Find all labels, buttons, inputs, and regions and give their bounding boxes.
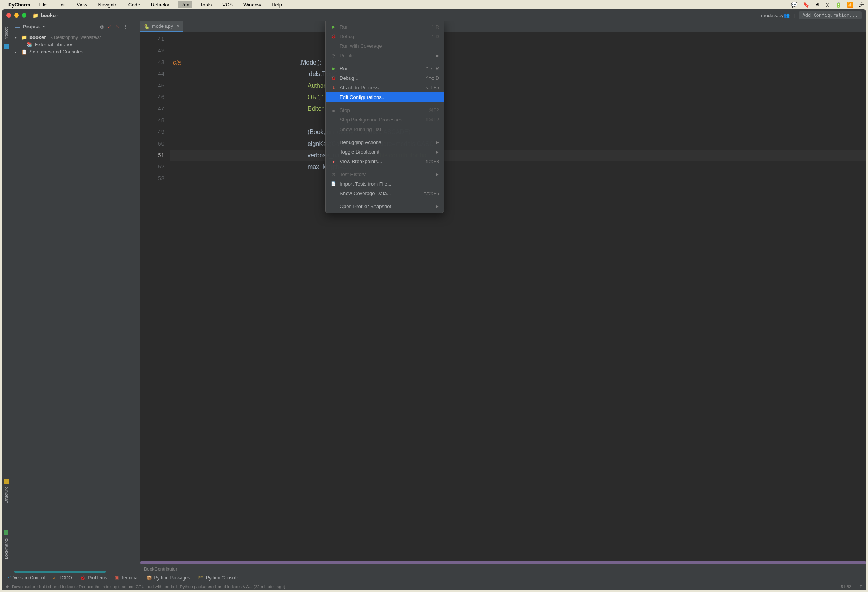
breadcrumb[interactable]: 📁 booker – models.py <box>32 13 784 18</box>
wechat-icon[interactable]: 💬 <box>791 2 797 8</box>
menu-item-run: ▶Run⌃ R <box>326 22 444 32</box>
add-configuration-button[interactable]: Add Configuration... <box>799 11 862 19</box>
editor-tab-models[interactable]: 🐍 models.py × <box>140 21 183 32</box>
project-panel-header: ▬ Project ▾ ◎ ⤢ ⤡ ⋮ — <box>11 21 140 32</box>
editor-breadcrumb[interactable]: BookContributor <box>140 565 866 573</box>
display-icon[interactable]: 🖥 <box>815 2 820 8</box>
bookmarks-tool-icon <box>4 530 8 535</box>
breadcrumb-root: booker <box>41 13 59 18</box>
target-icon[interactable]: ◎ <box>100 24 104 29</box>
editor-horizontal-scrollbar[interactable] <box>140 561 866 565</box>
menu-item-debugging-actions[interactable]: Debugging Actions▶ <box>326 137 444 147</box>
menu-item-toggle-breakpoint[interactable]: Toggle Breakpoint▶ <box>326 147 444 157</box>
window-maximize-button[interactable] <box>22 13 26 18</box>
structure-tool-button[interactable]: Structure <box>4 479 9 507</box>
project-panel: ▬ Project ▾ ◎ ⤢ ⤡ ⋮ — ▸ 📁 booker ~/Deskt… <box>11 21 140 573</box>
line-separator[interactable]: LF <box>857 584 862 589</box>
submenu-arrow-icon: ▶ <box>436 172 439 176</box>
menu-item-profile: ◔Profile▶ <box>326 51 444 60</box>
menu-item-stop: ■Stop⌘F2 <box>326 105 444 115</box>
menu-item-view-breakpoints-[interactable]: ●View Breakpoints...⇧⌘F8 <box>326 157 444 166</box>
code-with-me-icon[interactable]: 👥 <box>784 13 790 18</box>
submenu-arrow-icon: ▶ <box>436 53 439 58</box>
submenu-arrow-icon: ▶ <box>436 140 439 144</box>
close-tab-icon[interactable]: × <box>177 24 180 29</box>
input-method-icon[interactable]: 拼 <box>859 1 864 8</box>
project-tree[interactable]: ▸ 📁 booker ~/Desktop/my_website/sr 📚 Ext… <box>11 32 140 571</box>
bottom-tool-bar: ⎇ Version Control ☑ TODO 🐞 Problems ▣ Te… <box>2 573 866 582</box>
menu-tools[interactable]: Tools <box>198 1 214 8</box>
window-title-bar: 📁 booker – models.py 👥 | Add Configurati… <box>2 9 866 21</box>
menu-item-open-profiler-snapshot[interactable]: Open Profiler Snapshot▶ <box>326 202 444 211</box>
menu-run[interactable]: Run <box>178 1 192 8</box>
editor-tabs: 🐍 models.py × <box>140 21 866 32</box>
version-control-button[interactable]: ⎇ Version Control <box>6 575 45 581</box>
caret-position[interactable]: 51:32 <box>841 584 852 589</box>
todo-button[interactable]: ☑ TODO <box>52 575 72 581</box>
left-tool-sidebar: Project Structure Bookmarks <box>2 21 11 573</box>
menu-item-debug: 🐞Debug⌃ D <box>326 32 444 41</box>
status-bar: ◆ Download pre-built shared indexes: Red… <box>2 582 866 590</box>
submenu-arrow-icon: ▶ <box>436 204 439 209</box>
submenu-arrow-icon: ▶ <box>436 150 439 154</box>
code-area[interactable]: cla.Model): dels.TextChoices): Author" O… <box>170 32 866 561</box>
tree-external-libs[interactable]: 📚 External Libraries <box>11 41 140 48</box>
python-packages-button[interactable]: 📦 Python Packages <box>146 575 190 581</box>
menu-item-import-tests-from-file-[interactable]: 📄Import Tests from File... <box>326 179 444 189</box>
menu-item-debug-[interactable]: 🐞Debug...⌃⌥ D <box>326 73 444 83</box>
run-menu-dropdown: ▶Run⌃ R🐞Debug⌃ DRun with Coverage◔Profil… <box>326 21 444 213</box>
editor-area: 🐍 models.py × 41 42 43 44 45 46 47 48 49… <box>140 21 866 573</box>
menu-edit[interactable]: Edit <box>55 1 68 8</box>
terminal-button[interactable]: ▣ Terminal <box>115 575 138 581</box>
editor-gutter[interactable]: 41 42 43 44 45 46 47 48 49 50 51 52 53 <box>140 32 170 561</box>
project-tool-icon <box>4 44 9 49</box>
tag-icon[interactable]: 🔖 <box>803 2 809 8</box>
menu-item-run-with-coverage: Run with Coverage <box>326 41 444 51</box>
macos-menubar: PyCharm File Edit View Navigate Code Ref… <box>0 0 868 9</box>
menu-refactor[interactable]: Refactor <box>149 1 172 8</box>
project-panel-title[interactable]: Project <box>23 24 40 29</box>
editor-content[interactable]: 41 42 43 44 45 46 47 48 49 50 51 52 53 <box>140 32 866 561</box>
menu-window[interactable]: Window <box>241 1 263 8</box>
collapse-icon[interactable]: ⤡ <box>115 24 119 29</box>
window-traffic-lights <box>6 13 26 18</box>
menu-help[interactable]: Help <box>269 1 284 8</box>
wifi-icon[interactable]: 📶 <box>847 2 853 8</box>
menu-navigate[interactable]: Navigate <box>96 1 120 8</box>
structure-tool-icon <box>4 479 9 484</box>
main-window: 📁 booker – models.py 👥 | Add Configurati… <box>2 9 866 590</box>
battery-icon[interactable]: 🔋 <box>835 2 842 8</box>
menu-vcs[interactable]: VCS <box>220 1 235 8</box>
menu-item-stop-background-processes-: Stop Background Processes...⇧⌘F2 <box>326 115 444 125</box>
menu-view[interactable]: View <box>74 1 89 8</box>
status-message[interactable]: Download pre-built shared indexes: Reduc… <box>12 584 285 589</box>
menu-item-show-coverage-data-[interactable]: Show Coverage Data...⌥⌘F6 <box>326 189 444 198</box>
macos-status-icons: 💬 🔖 🖥 ⚹ 🔋 📶 拼 <box>791 1 864 8</box>
menu-item-show-running-list: Show Running List <box>326 125 444 134</box>
breadcrumb-file: models.py <box>761 13 784 18</box>
bookmarks-tool-button[interactable]: Bookmarks <box>4 530 9 562</box>
python-console-button[interactable]: PY Python Console <box>198 575 238 581</box>
problems-button[interactable]: 🐞 Problems <box>80 575 107 581</box>
tree-root[interactable]: ▸ 📁 booker ~/Desktop/my_website/sr <box>11 34 140 41</box>
window-minimize-button[interactable] <box>14 13 19 18</box>
tree-scratches[interactable]: ▸ 📋 Scratches and Consoles <box>11 48 140 55</box>
menu-item-edit-configurations-[interactable]: Edit Configurations... <box>326 92 444 102</box>
project-tool-button[interactable]: Project <box>4 24 9 49</box>
menu-file[interactable]: File <box>36 1 49 8</box>
expand-icon[interactable]: ⤢ <box>108 24 112 29</box>
menu-item-run-[interactable]: ▶Run...⌃⌥ R <box>326 64 444 73</box>
app-name: PyCharm <box>8 2 30 8</box>
settings-icon[interactable]: ⋮ <box>123 24 128 29</box>
window-close-button[interactable] <box>6 13 11 18</box>
menu-item-attach-to-process-[interactable]: ⬇Attach to Process...⌥⇧F5 <box>326 83 444 92</box>
menu-item-test-history: ◷Test History▶ <box>326 170 444 179</box>
bluetooth-icon[interactable]: ⚹ <box>825 2 830 8</box>
menu-code[interactable]: Code <box>126 1 143 8</box>
minimize-icon[interactable]: — <box>131 24 136 29</box>
